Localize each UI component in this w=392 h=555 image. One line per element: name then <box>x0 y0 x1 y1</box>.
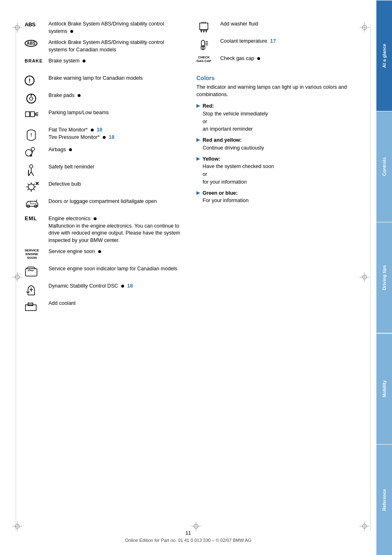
svg-line-47 <box>28 189 29 190</box>
coolant-temp-icon <box>196 39 217 51</box>
right-column: Add washer fluid <box>196 21 356 317</box>
service-engine-canadian-icon <box>25 266 45 278</box>
bullet-dot <box>257 57 260 60</box>
svg-line-48 <box>34 184 35 185</box>
list-item: SERVICEENGINESOON Service engine soon <box>25 248 184 261</box>
list-item: Airbags <box>25 146 184 159</box>
check-gas-cap-icon: CHECKGAS CAP <box>196 56 217 63</box>
doors-text: Doors or luggage compartment lid/tailgat… <box>48 198 184 205</box>
list-item: Safety belt reminder <box>25 164 184 177</box>
list-item: CHECKGAS CAP Check gas cap <box>196 55 356 68</box>
list-item: ▶ Green or blue: For your information <box>196 189 356 205</box>
sidebar-tab-at-a-glance[interactable]: At a glance <box>376 0 392 111</box>
bullet-dot <box>70 30 73 33</box>
seatbelt-text: Safety belt reminder <box>48 164 184 171</box>
abs-text: Antilock Brake System ABS/Driving stabil… <box>48 21 184 35</box>
colors-intro: The indicator and warning lamps can ligh… <box>196 84 356 98</box>
doors-icon <box>25 199 45 209</box>
list-item: ▶ Red: Stop the vehicle immediately or a… <box>196 102 356 133</box>
page-ref: 18 <box>109 134 115 140</box>
check-gas-cap-text: Check gas cap <box>220 55 356 62</box>
svg-point-22 <box>30 97 33 100</box>
sidebar-tab-reference[interactable]: Reference <box>376 444 392 555</box>
add-coolant-text: Add coolant <box>48 300 184 307</box>
crosshair-mid-left <box>12 272 22 283</box>
add-coolant-icon <box>25 301 45 311</box>
list-item: Doors or luggage compartment lid/tailgat… <box>25 198 184 211</box>
main-content: ABS Antilock Brake System ABS/Driving st… <box>0 0 376 555</box>
eml-icon: EML <box>25 215 45 221</box>
colors-title: Colors <box>196 75 356 81</box>
tire-monitor-icon: ! <box>25 127 45 142</box>
sidebar-tabs: At a glance Controls Driving tips Mobili… <box>376 0 392 555</box>
bullet-dot <box>103 136 106 139</box>
brake-pads-text: Brake pads <box>48 92 184 99</box>
brake-icon: BRAKE <box>25 58 45 63</box>
svg-point-30 <box>31 147 35 151</box>
abs-icon: ABS <box>25 21 45 28</box>
copyright-text: Online Edition for Part no. 01 41 0 013 … <box>0 538 376 543</box>
list-item: Service engine soon indicator lamp for C… <box>25 265 184 279</box>
list-item: Brake pads <box>25 92 184 105</box>
right-border <box>370 25 371 530</box>
svg-line-32 <box>32 151 33 153</box>
page-ref: 18 <box>97 127 102 133</box>
bullet-dot <box>94 217 97 220</box>
brake-text: Brake system <box>48 58 184 65</box>
airbags-icon <box>25 147 45 159</box>
svg-line-26 <box>35 113 38 113</box>
defective-bulb-text: Defective bulb <box>48 181 184 188</box>
list-item: ! Flat Tire Monitor* 18 Tire Pressure Mo… <box>25 127 184 142</box>
list-item: Add washer fluid <box>196 21 356 34</box>
sidebar-tab-controls[interactable]: Controls <box>376 111 392 222</box>
bullet-dot <box>69 148 72 151</box>
list-item: EML Engine electronics Malfunction in th… <box>25 215 184 244</box>
arrow-icon: ▶ <box>196 156 200 161</box>
list-item: ABS Antilock Brake System ABS/Driving st… <box>25 21 184 35</box>
svg-point-40 <box>28 184 34 190</box>
svg-point-36 <box>30 165 33 168</box>
arrow-icon: ▶ <box>196 190 200 196</box>
sidebar-tab-mobility[interactable]: Mobility <box>376 333 392 444</box>
list-item: Defective bulb <box>25 181 184 194</box>
svg-rect-24 <box>25 112 30 117</box>
crosshair-top-right <box>360 23 369 34</box>
svg-line-39 <box>31 172 34 176</box>
svg-rect-59 <box>28 303 33 306</box>
list-item: Coolant temperature 17 <box>196 38 356 51</box>
svg-rect-54 <box>25 269 37 276</box>
bullet-dot <box>98 250 101 253</box>
list-item: ▶ Yellow: Have the system checked soon o… <box>196 155 356 186</box>
sidebar-tab-driving-tips[interactable]: Driving tips <box>376 222 392 333</box>
coolant-temp-text: Coolant temperature 17 <box>220 38 356 45</box>
svg-rect-25 <box>30 112 35 117</box>
brake-warning-text: Brake warning lamp for Canadian models <box>48 75 184 82</box>
page-footer: 11 Online Edition for Part no. 01 41 0 0… <box>0 530 376 543</box>
green-blue-color-text: Green or blue: For your information <box>203 189 249 205</box>
list-item: ! Brake warning lamp for Canadian models <box>25 75 184 88</box>
brake-warning-icon: ! <box>25 76 45 85</box>
defective-bulb-icon <box>25 182 45 193</box>
page-ref: 17 <box>270 38 276 44</box>
airbags-text: Airbags <box>48 146 184 154</box>
svg-line-46 <box>34 189 35 190</box>
washer-fluid-icon <box>196 21 217 34</box>
seatbelt-icon <box>25 164 45 177</box>
page-number: 11 <box>0 530 376 536</box>
abs-canadian-text: Antilock Brake System ABS/Driving stabil… <box>48 39 184 53</box>
bullet-dot <box>83 60 85 62</box>
dsc-icon <box>25 283 45 296</box>
service-engine-canadian-text: Service engine soon indicator lamp for C… <box>48 265 184 273</box>
dsc-text: Dynamic Stability Control DSC 18 <box>48 283 184 290</box>
bullet-dot <box>121 285 124 288</box>
page-ref: 18 <box>127 283 133 289</box>
red-color-text: Red: Stop the vehicle immediately or an … <box>203 102 268 133</box>
crosshair-top-left <box>12 23 22 34</box>
list-item: Dynamic Stability Control DSC 18 <box>25 283 184 296</box>
list-item: Parking lamps/Low beams <box>25 109 184 122</box>
brake-pads-icon <box>25 93 45 104</box>
parking-lamps-icon <box>25 110 45 118</box>
list-item: BRAKE Brake system <box>25 58 184 71</box>
list-item: ▶ Red and yellow: Continue driving cauti… <box>196 136 356 152</box>
svg-line-38 <box>29 172 31 176</box>
